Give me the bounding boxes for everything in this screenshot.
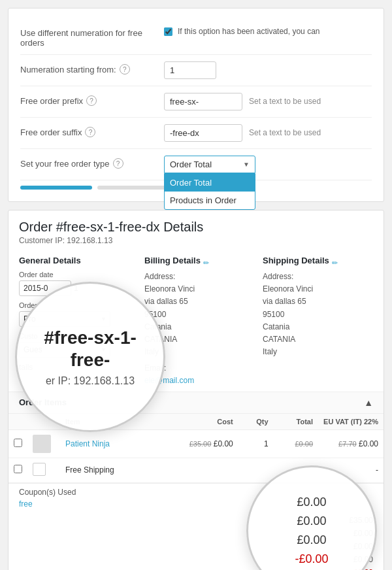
type-option-order-total[interactable]: Order Total bbox=[165, 174, 255, 192]
shipping-region: CATANIA bbox=[263, 335, 295, 344]
mag-price-2: £0.00 bbox=[297, 514, 326, 528]
suffix-help-icon[interactable]: ? bbox=[85, 127, 95, 137]
order-title: Order #free-sx-1-free-dx Details bbox=[19, 220, 373, 235]
billing-street: via dallas 65 bbox=[144, 297, 188, 306]
numeration-label: Use different numeration for free orders bbox=[20, 25, 164, 48]
shipping-address-label: Address: bbox=[263, 272, 293, 281]
type-label: Set your free order type ? bbox=[20, 156, 164, 169]
starting-help-icon[interactable]: ? bbox=[120, 64, 130, 75]
row2-checkbox[interactable] bbox=[14, 465, 22, 473]
magnifier-text: #free-sx-1-free- bbox=[17, 327, 163, 371]
settings-row-suffix: Free order suffix ? Set a text to be use… bbox=[20, 118, 372, 149]
shipping-country: Italy bbox=[263, 347, 277, 356]
suffix-control: Set a text to be used bbox=[164, 124, 372, 142]
type-dropdown-trigger[interactable]: Order Total ▼ bbox=[164, 156, 255, 173]
row2-qty-cell bbox=[238, 458, 274, 482]
starting-label: Numeration starting from: ? bbox=[20, 61, 164, 75]
shipping-name: Eleonora Vinci bbox=[263, 284, 313, 293]
row2-cost-cell bbox=[153, 458, 238, 482]
row2-thumb-cell bbox=[27, 458, 60, 482]
starting-control bbox=[164, 61, 372, 79]
row1-vat: £0.00 bbox=[359, 439, 378, 448]
type-help-icon[interactable]: ? bbox=[113, 158, 123, 169]
prefix-hint: Set a text to be used bbox=[249, 93, 372, 106]
billing-title: Billing Details bbox=[144, 256, 201, 265]
col-qty: Qty bbox=[238, 414, 274, 430]
prefix-input[interactable] bbox=[164, 93, 242, 110]
suffix-hint: Set a text to be used bbox=[249, 124, 372, 137]
magnifier-prices: £0.00 £0.00 £0.00 -£0.00 bbox=[295, 495, 328, 566]
row1-name-cell: Patient Ninja bbox=[60, 429, 153, 458]
row2-thumb bbox=[33, 463, 46, 476]
shipping-title-row: Shipping Details ✏ bbox=[263, 256, 373, 271]
prefix-control: Set a text to be used bbox=[164, 93, 372, 110]
starting-input[interactable] bbox=[164, 61, 216, 79]
row1-checkbox-cell bbox=[8, 429, 27, 458]
type-control: Order Total ▼ Order Total Products in Or… bbox=[164, 156, 372, 173]
numeration-control: If this option has been activated, you c… bbox=[164, 25, 372, 36]
order-panel: Order #free-sx-1-free-dx Details Custome… bbox=[8, 210, 384, 570]
col-total: Total bbox=[274, 414, 318, 430]
col-checkbox bbox=[8, 414, 27, 430]
order-body-with-magnifier: #free-sx-1-free- er IP: 192.168.1.13 Gen… bbox=[8, 249, 384, 392]
billing-title-row: Billing Details ✏ bbox=[144, 256, 255, 271]
shipping-text: Address: Eleonora Vinci via dallas 65 95… bbox=[263, 271, 373, 358]
numeration-checkbox-row: If this option has been activated, you c… bbox=[164, 25, 319, 36]
type-dropdown-wrapper: Order Total ▼ Order Total Products in Or… bbox=[164, 156, 255, 173]
order-subtitle: Customer IP: 192.168.1.13 bbox=[19, 236, 373, 245]
mag-price-1: £0.00 bbox=[297, 495, 326, 509]
mag-price-4: -£0.00 bbox=[295, 552, 328, 566]
row1-total-strike: £0.00 bbox=[295, 440, 313, 448]
row1-vat-strike: £7.70 bbox=[338, 440, 357, 448]
totals-with-magnifier: £0.00 £0.00 £0.00 -£0.00 £35.00 £0.00 bbox=[8, 511, 384, 571]
row1-qty-cell: 1 bbox=[238, 429, 274, 458]
row2-checkbox-cell bbox=[8, 458, 27, 482]
row1-thumb bbox=[33, 435, 51, 453]
type-dropdown-selected: Order Total bbox=[170, 159, 212, 169]
order-header: Order #free-sx-1-free-dx Details Custome… bbox=[8, 210, 384, 249]
numeration-hint: If this option has been activated, you c… bbox=[178, 25, 319, 36]
row2-name-cell: Free Shipping bbox=[60, 458, 153, 482]
row1-thumb-cell bbox=[27, 429, 60, 458]
shipping-city: Catania bbox=[263, 322, 289, 331]
suffix-input[interactable] bbox=[164, 124, 242, 142]
prefix-label: Free order prefix ? bbox=[20, 93, 164, 106]
billing-name: Eleonora Vinci bbox=[144, 284, 195, 293]
general-title: General Details bbox=[19, 256, 137, 265]
mag-price-3: £0.00 bbox=[297, 533, 326, 547]
date-label: Order date bbox=[19, 271, 137, 278]
row1-cost-strike: £35.00 bbox=[189, 440, 212, 448]
row1-vat-cell: £7.70 £0.00 bbox=[318, 429, 384, 458]
row1-total-cell: £0.00 bbox=[274, 429, 318, 458]
row1-checkbox[interactable] bbox=[14, 439, 22, 447]
prefix-help-icon[interactable]: ? bbox=[86, 95, 97, 106]
magnifier-sub: er IP: 192.168.1.13 bbox=[46, 375, 135, 387]
magnifier-circle-1: #free-sx-1-free- er IP: 192.168.1.13 bbox=[15, 282, 165, 432]
shipping-details: Shipping Details ✏ Address: Eleonora Vin… bbox=[255, 256, 373, 385]
settings-panel: Use different numeration for free orders… bbox=[8, 8, 384, 202]
billing-edit-link[interactable]: ✏ bbox=[203, 259, 209, 267]
row1-cost: £0.00 bbox=[214, 439, 233, 448]
type-dropdown-options: Order Total Products in Order bbox=[164, 173, 255, 210]
table-row: Patient Ninja £35.00 £0.00 1 £0.00 £7.70… bbox=[8, 429, 384, 458]
collapse-icon[interactable]: ▲ bbox=[364, 397, 373, 408]
col-vat: EU VAT (IT) 22% bbox=[318, 414, 384, 430]
shipping-street: via dallas 65 bbox=[263, 297, 306, 306]
shipping-postal: 95100 bbox=[263, 310, 284, 319]
billing-address-label: Address: bbox=[144, 272, 175, 281]
row1-cost-cell: £35.00 £0.00 bbox=[153, 429, 238, 458]
shipping-title: Shipping Details bbox=[263, 256, 329, 265]
col-cost: Cost bbox=[153, 414, 238, 430]
progress-bar-filled bbox=[20, 186, 92, 190]
settings-row-type: Set your free order type ? Order Total ▼… bbox=[20, 149, 372, 180]
settings-row-prefix: Free order prefix ? Set a text to be use… bbox=[20, 86, 372, 118]
shipping-edit-link[interactable]: ✏ bbox=[332, 259, 338, 267]
row1-item-link[interactable]: Patient Ninja bbox=[65, 439, 110, 448]
numeration-checkbox[interactable] bbox=[164, 27, 172, 36]
suffix-label: Free order suffix ? bbox=[20, 124, 164, 137]
settings-row-numeration: Use different numeration for free orders… bbox=[20, 19, 372, 55]
type-dropdown-arrow: ▼ bbox=[243, 161, 250, 168]
settings-row-starting: Numeration starting from: ? bbox=[20, 55, 372, 86]
type-option-products-in-order[interactable]: Products in Order bbox=[165, 192, 255, 209]
